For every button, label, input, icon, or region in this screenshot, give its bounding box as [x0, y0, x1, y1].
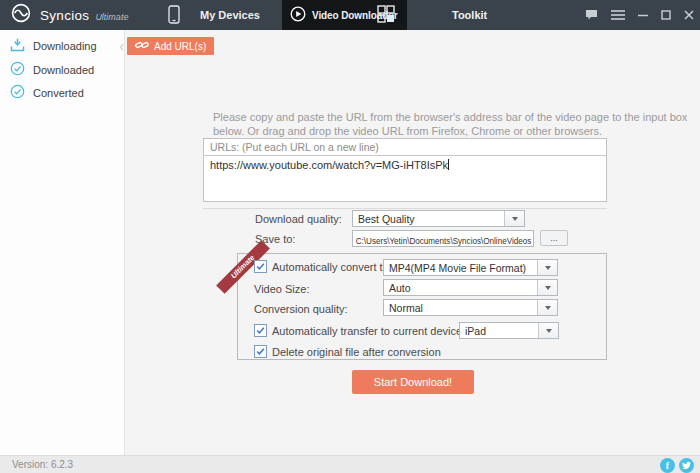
titlebar: Syncios Ultimate My Devices Video Downlo…	[0, 0, 700, 30]
save-to-value: C:\Users\Yetin\Documents\Syncios\OnlineV…	[353, 234, 531, 247]
convert-format-value: MP4(MP4 Movie File Format)	[384, 262, 537, 274]
feedback-bubble-icon[interactable]	[585, 9, 598, 21]
instructions-line1: Please copy and paste the URL from the b…	[213, 110, 687, 124]
delete-original-label: Delete original file after conversion	[272, 346, 441, 358]
minimize-icon[interactable]	[638, 10, 648, 20]
section-divider	[203, 208, 607, 209]
video-size-label: Video Size:	[254, 283, 309, 295]
add-urls-label: Add URL(s)	[154, 41, 206, 52]
close-icon[interactable]	[684, 10, 694, 20]
start-download-button[interactable]: Start Download!	[352, 370, 474, 394]
conversion-quality-select[interactable]: Normal	[383, 299, 558, 316]
dropdown-arrow-icon[interactable]	[537, 280, 557, 295]
main-content: Add URL(s) Please copy and paste the URL…	[125, 30, 700, 455]
video-size-value: Auto	[384, 282, 537, 294]
app-edition: Ultimate	[95, 9, 128, 22]
sidebar-item-downloading[interactable]: Downloading	[10, 38, 97, 54]
ultimate-options-box: Ultimate Automatically convert to: MP4(M…	[237, 253, 607, 360]
tab-label: My Devices	[200, 9, 260, 21]
grid-icon	[377, 5, 395, 25]
play-circle-icon	[290, 6, 306, 24]
dropdown-arrow-icon[interactable]	[537, 300, 557, 315]
sidebar: Downloading Downloaded Converted ‹	[0, 30, 125, 455]
syncios-logo-icon	[11, 3, 31, 27]
conversion-quality-value: Normal	[384, 302, 537, 314]
menu-icon[interactable]	[611, 9, 625, 21]
sidebar-item-converted[interactable]: Converted	[10, 84, 84, 101]
tab-toolkit[interactable]: Toolkit	[377, 0, 487, 30]
sidebar-item-downloaded[interactable]: Downloaded	[10, 61, 94, 78]
download-quality-label: Download quality:	[255, 213, 342, 225]
save-to-input[interactable]: C:\Users\Yetin\Documents\Syncios\OnlineV…	[352, 230, 534, 247]
transfer-device-value: iPad	[460, 325, 538, 337]
url-input-box[interactable]: URLs: (Put each URL on a new line) https…	[203, 138, 607, 202]
delete-original-checkbox[interactable]	[254, 345, 267, 358]
instructions-line2: below. Or drag and drop the video URL fr…	[213, 124, 687, 138]
conversion-quality-label: Conversion quality:	[254, 303, 348, 315]
add-urls-button[interactable]: Add URL(s)	[127, 37, 214, 55]
convert-label: Automatically convert to:	[272, 261, 392, 273]
instructions-text: Please copy and paste the URL from the b…	[213, 110, 687, 138]
url-textarea[interactable]: https://www.youtube.com/watch?v=MG-iHT8I…	[204, 156, 606, 174]
convert-format-select[interactable]: MP4(MP4 Movie File Format)	[383, 259, 558, 276]
brand: Syncios Ultimate	[11, 5, 128, 25]
sidebar-item-label: Converted	[33, 87, 84, 99]
transfer-device-select[interactable]: iPad	[459, 322, 559, 339]
facebook-icon[interactable]: f	[660, 458, 675, 473]
chain-link-icon	[135, 40, 149, 52]
sidebar-item-label: Downloading	[33, 40, 97, 52]
url-value: https://www.youtube.com/watch?v=MG-iHT8I…	[210, 159, 448, 171]
active-item-chevron-icon: ‹	[119, 39, 124, 53]
download-icon	[10, 38, 25, 54]
sidebar-item-label: Downloaded	[33, 64, 94, 76]
statusbar: Version: 6.2.3 f	[0, 455, 700, 473]
url-box-header: URLs: (Put each URL on a new line)	[204, 139, 606, 156]
version-label: Version: 6.2.3	[12, 456, 73, 473]
tab-my-devices[interactable]: My Devices	[168, 0, 260, 30]
app-window: Syncios Ultimate My Devices Video Downlo…	[0, 0, 700, 473]
convert-checkbox[interactable]	[254, 260, 267, 273]
check-circle-icon	[10, 84, 25, 101]
download-quality-select[interactable]: Best Quality	[352, 210, 525, 227]
dropdown-arrow-icon[interactable]	[504, 211, 524, 226]
twitter-icon[interactable]	[679, 458, 694, 473]
transfer-label: Automatically transfer to current device	[272, 325, 462, 337]
maximize-icon[interactable]	[661, 10, 671, 20]
app-name: Syncios	[40, 8, 89, 23]
video-size-select[interactable]: Auto	[383, 279, 558, 296]
dropdown-arrow-icon[interactable]	[537, 260, 557, 275]
tab-label: Toolkit	[452, 9, 487, 21]
check-circle-icon	[10, 61, 25, 78]
browse-button[interactable]: ...	[540, 230, 568, 246]
window-controls	[585, 0, 694, 30]
phone-icon	[168, 5, 180, 26]
download-quality-value: Best Quality	[353, 213, 504, 225]
text-cursor	[448, 159, 449, 170]
dropdown-arrow-icon[interactable]	[538, 323, 558, 338]
transfer-checkbox[interactable]	[254, 324, 267, 337]
